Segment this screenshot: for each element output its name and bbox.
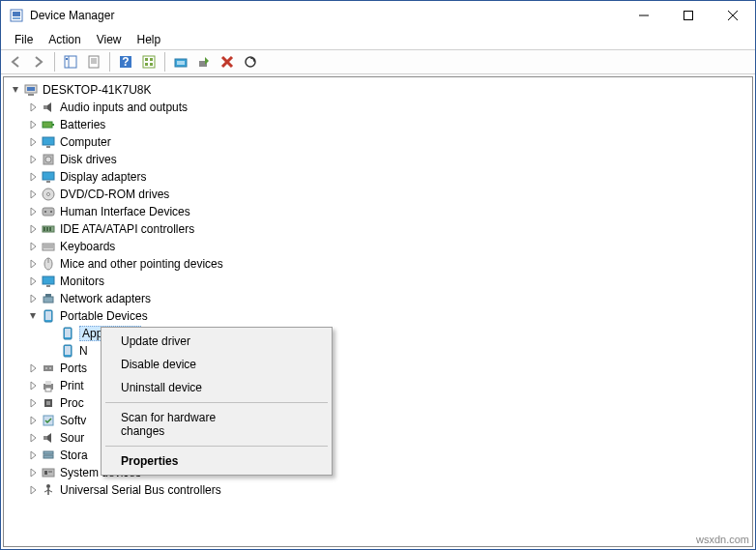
portable-icon	[60, 326, 75, 341]
expander-icon[interactable]	[25, 378, 41, 393]
processor-icon	[41, 395, 56, 411]
expander-icon[interactable]	[25, 221, 41, 237]
expander-icon[interactable]	[25, 430, 41, 446]
tree-node[interactable]: Mice and other pointing devices	[4, 255, 752, 273]
enable-device-button[interactable]	[193, 51, 215, 72]
svg-rect-37	[43, 172, 54, 180]
svg-rect-41	[43, 208, 54, 216]
properties-toolbar-button[interactable]	[83, 51, 104, 72]
forward-button[interactable]	[28, 51, 49, 72]
context-menu-separator	[105, 446, 328, 447]
expander-icon[interactable]	[25, 187, 41, 202]
svg-rect-17	[145, 58, 148, 61]
svg-rect-30	[44, 105, 47, 109]
expander-icon[interactable]	[25, 291, 41, 306]
menu-file[interactable]: File	[7, 31, 41, 48]
expander-icon[interactable]	[25, 465, 41, 480]
tree-node-label: Stora	[60, 449, 88, 462]
mouse-icon	[41, 256, 56, 272]
update-driver-button[interactable]	[170, 51, 191, 72]
action-center-button[interactable]	[138, 51, 160, 72]
help-button[interactable]: ?	[115, 51, 136, 72]
context-menu-item[interactable]: Uninstall device	[103, 376, 330, 399]
back-button[interactable]	[5, 51, 26, 72]
tree-node-label: DVD/CD-ROM drives	[60, 188, 169, 201]
svg-rect-38	[46, 181, 50, 183]
cd-icon	[41, 187, 56, 202]
expander-icon[interactable]	[25, 413, 41, 428]
tree-node[interactable]: Universal Serial Bus controllers	[4, 481, 752, 499]
svg-rect-22	[177, 61, 185, 65]
show-hide-console-button[interactable]	[60, 51, 81, 72]
svg-rect-63	[44, 365, 53, 371]
expander-icon[interactable]	[25, 308, 41, 324]
context-menu-item[interactable]: Scan for hardware changes	[103, 406, 330, 443]
expander-icon[interactable]	[8, 82, 23, 98]
keyboard-icon	[41, 239, 56, 254]
printer-icon	[41, 378, 56, 393]
menubar: File Action View Help	[1, 30, 755, 49]
tree-node-label: IDE ATA/ATAPI controllers	[60, 222, 194, 236]
svg-rect-55	[44, 297, 53, 303]
context-menu-item[interactable]: Update driver	[103, 330, 330, 353]
tree-node[interactable]: Computer	[4, 133, 752, 151]
portable-icon	[41, 308, 56, 324]
tree-node[interactable]: Human Interface Devices	[4, 203, 752, 220]
maximize-button[interactable]	[666, 1, 711, 30]
expander-icon[interactable]	[25, 152, 41, 167]
menu-action[interactable]: Action	[41, 31, 88, 48]
expander-icon[interactable]	[25, 395, 41, 411]
tree-node-label: Ports	[60, 362, 87, 375]
minimize-button[interactable]	[622, 1, 666, 30]
context-menu-item[interactable]: Disable device	[103, 353, 330, 376]
tree-node[interactable]: Network adapters	[4, 290, 752, 307]
tree-node[interactable]: Portable Devices	[4, 307, 752, 325]
device-manager-window: Device Manager File Action View Help ?	[0, 0, 756, 550]
menu-view[interactable]: View	[89, 31, 130, 48]
tree-node[interactable]: IDE ATA/ATAPI controllers	[4, 220, 752, 238]
tree-node[interactable]: Audio inputs and outputs	[4, 99, 752, 116]
expander-icon[interactable]	[25, 239, 41, 254]
toolbar-separator	[164, 52, 165, 72]
svg-rect-7	[65, 56, 76, 68]
tree-node[interactable]: Monitors	[4, 273, 752, 290]
tree-root[interactable]: DESKTOP-41K7U8K	[4, 81, 752, 99]
tree-node-label: Sour	[60, 431, 84, 445]
expander-icon[interactable]	[25, 117, 41, 132]
svg-rect-67	[45, 381, 51, 385]
context-menu-item[interactable]: Properties	[103, 449, 330, 473]
svg-rect-53	[43, 276, 54, 284]
tree-node[interactable]: Batteries	[4, 116, 752, 133]
tree-node[interactable]: Disk drives	[4, 151, 752, 168]
tree-node-label: Mice and other pointing devices	[60, 257, 223, 271]
tree-node[interactable]: DVD/CD-ROM drives	[4, 186, 752, 203]
menu-help[interactable]: Help	[130, 31, 169, 48]
ide-icon	[41, 221, 56, 237]
close-button[interactable]	[711, 1, 755, 30]
svg-rect-19	[145, 63, 148, 66]
storage-icon	[41, 448, 56, 463]
expander-icon[interactable]	[25, 256, 41, 272]
expander-icon[interactable]	[25, 448, 41, 463]
expander-icon[interactable]	[25, 482, 41, 498]
scan-hardware-button[interactable]	[240, 51, 261, 72]
svg-rect-76	[44, 471, 47, 475]
titlebar-buttons	[622, 1, 755, 30]
tree-node-label: Audio inputs and outputs	[60, 101, 188, 114]
expander-icon[interactable]	[25, 134, 41, 150]
tree-node[interactable]: Keyboards	[4, 238, 752, 255]
device-tree-pane[interactable]: DESKTOP-41K7U8K Audio inputs and outputs…	[3, 76, 753, 547]
system-icon	[41, 465, 56, 480]
svg-point-64	[45, 367, 47, 369]
svg-rect-60	[65, 329, 71, 337]
expander-icon[interactable]	[25, 169, 41, 185]
tree-node-label: Monitors	[60, 275, 104, 288]
svg-rect-9	[66, 58, 68, 60]
tree-node[interactable]: Display adapters	[4, 168, 752, 186]
expander-icon[interactable]	[25, 100, 41, 115]
expander-icon[interactable]	[25, 274, 41, 289]
svg-rect-68	[45, 388, 51, 391]
uninstall-device-button[interactable]	[217, 51, 238, 72]
expander-icon[interactable]	[25, 204, 41, 219]
expander-icon[interactable]	[25, 361, 41, 376]
